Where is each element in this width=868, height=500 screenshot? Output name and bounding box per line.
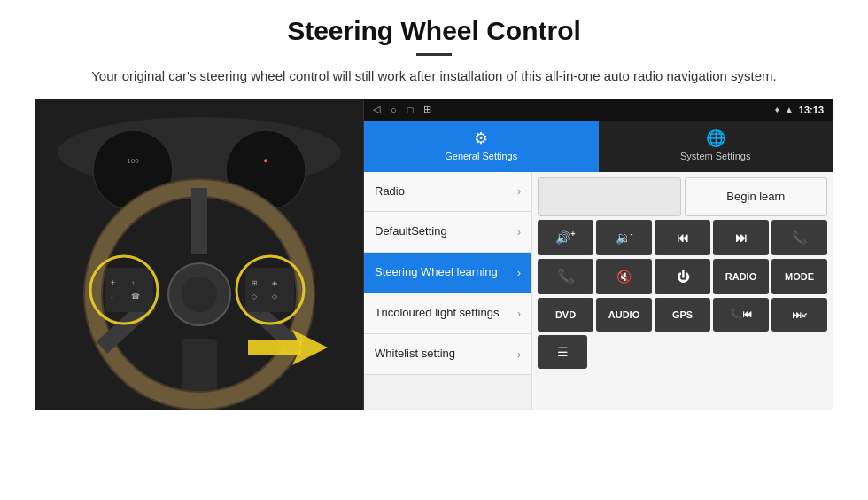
right-controls: Begin learn 🔊+ 🔉- ⏮ — [532, 172, 833, 410]
svg-text:●: ● — [263, 156, 267, 165]
chevron-icon: › — [517, 308, 521, 320]
menu-button[interactable]: ☰ — [538, 335, 587, 369]
mode-button[interactable]: MODE — [771, 259, 827, 294]
control-grid-row1: 🔊+ 🔉- ⏮ ⏭ 📞 — [538, 220, 827, 255]
vol-up-button[interactable]: 🔊+ — [538, 220, 593, 255]
clock: 13:13 — [799, 105, 824, 115]
svg-rect-27 — [248, 340, 301, 355]
chevron-icon: › — [517, 185, 521, 198]
grid-icon[interactable]: ⊞ — [423, 104, 431, 115]
next-alt-icon: ⏭↙ — [792, 309, 807, 320]
chevron-icon: › — [517, 226, 521, 238]
menu-item-default[interactable]: DefaultSetting › — [364, 212, 531, 253]
android-ui: ◁ ○ □ ⊞ ♦ ▲ 13:13 ⚙ General Settings — [363, 99, 833, 410]
page-subtitle: Your original car's steering wheel contr… — [71, 66, 797, 87]
radio-label: RADIO — [725, 271, 756, 282]
audio-button[interactable]: AUDIO — [596, 298, 652, 332]
menu-item-steering[interactable]: Steering Wheel learning › — [364, 253, 531, 293]
tab-general-label: General Settings — [445, 151, 517, 161]
last-row: ☰ — [538, 335, 827, 369]
recent-icon[interactable]: □ — [407, 105, 414, 115]
audio-label: AUDIO — [608, 309, 639, 320]
tab-system[interactable]: 🌐 System Settings — [599, 121, 833, 172]
menu-icon: ☰ — [557, 345, 569, 359]
vol-down-icon: 🔉- — [616, 230, 633, 245]
content-row: 160 ● + - ↑ ☎ — [35, 99, 833, 410]
home-icon[interactable]: ○ — [391, 105, 397, 115]
svg-text:☎: ☎ — [131, 293, 140, 301]
prev-track-icon: ⏮ — [677, 230, 689, 245]
call-icon: 📞 — [792, 230, 807, 245]
svg-rect-19 — [245, 268, 294, 312]
steering-wheel-image: 160 ● + - ↑ ☎ — [35, 99, 363, 410]
call-accept-icon: 📞 — [557, 268, 575, 285]
radio-button[interactable]: RADIO — [713, 259, 769, 294]
svg-text:⊞: ⊞ — [252, 279, 258, 287]
bottom-row: DVD AUDIO GPS 📞⏮ ⏭↙ — [538, 298, 827, 332]
power-button[interactable]: ⏻ — [655, 259, 710, 294]
back-icon[interactable]: ◁ — [373, 104, 380, 115]
page-container: Steering Wheel Control Your original car… — [0, 0, 868, 418]
tab-bar: ⚙ General Settings 🌐 System Settings — [364, 121, 833, 172]
menu-default-label: DefaultSetting — [375, 224, 517, 239]
system-settings-icon: 🌐 — [706, 129, 725, 148]
mute-icon: 🔇 — [616, 270, 632, 284]
svg-text:◇: ◇ — [272, 293, 278, 301]
tab-general[interactable]: ⚙ General Settings — [364, 121, 599, 172]
gps-button[interactable]: GPS — [655, 298, 710, 332]
call-prev-button[interactable]: 📞⏮ — [713, 298, 769, 332]
menu-item-whitelist[interactable]: Whitelist setting › — [364, 334, 531, 375]
empty-display-box — [538, 177, 681, 216]
menu-steering-label: Steering Wheel learning — [375, 265, 517, 280]
svg-text:160: 160 — [127, 157, 139, 165]
left-menu: Radio › DefaultSetting › Steering Wheel … — [364, 172, 532, 410]
call-button[interactable]: 📞 — [771, 220, 827, 255]
control-grid-row2: 📞 🔇 ⏻ RADIO MODE — [538, 259, 827, 294]
svg-rect-14 — [105, 268, 153, 312]
menu-item-radio[interactable]: Radio › — [364, 172, 531, 213]
title-section: Steering Wheel Control Your original car… — [35, 16, 833, 87]
chevron-icon: › — [517, 267, 521, 279]
vol-up-icon: 🔊+ — [555, 230, 575, 245]
menu-item-tricoloured[interactable]: Tricoloured light settings › — [364, 293, 531, 334]
svg-text:↑: ↑ — [131, 279, 135, 287]
chevron-icon: › — [517, 348, 521, 361]
menu-radio-label: Radio — [375, 184, 517, 199]
svg-point-13 — [182, 277, 217, 312]
menu-tricoloured-label: Tricoloured light settings — [375, 306, 517, 321]
call-accept-button[interactable]: 📞 — [538, 259, 593, 294]
dvd-button[interactable]: DVD — [538, 298, 593, 332]
gps-label: GPS — [672, 309, 693, 320]
status-bar-right: ♦ ▲ 13:13 — [775, 105, 824, 115]
next-track-button[interactable]: ⏭ — [713, 220, 769, 255]
next-alt-button[interactable]: ⏭↙ — [771, 298, 827, 332]
power-icon: ⏻ — [677, 270, 689, 284]
mode-label: MODE — [785, 271, 814, 282]
gps-status-icon: ♦ — [775, 105, 779, 114]
next-track-icon: ⏭ — [735, 230, 748, 245]
svg-text:◇: ◇ — [252, 293, 258, 301]
top-row: Begin learn — [538, 177, 827, 216]
call-prev-icon: 📞⏮ — [730, 309, 752, 320]
status-bar: ◁ ○ □ ⊞ ♦ ▲ 13:13 — [364, 99, 833, 121]
svg-text:-: - — [111, 293, 113, 301]
title-divider — [416, 53, 452, 56]
svg-text:◈: ◈ — [272, 279, 278, 287]
svg-text:+: + — [111, 278, 115, 287]
wifi-icon: ▲ — [785, 105, 794, 114]
vol-down-button[interactable]: 🔉- — [596, 220, 652, 255]
car-image-area: 160 ● + - ↑ ☎ — [35, 99, 363, 410]
begin-learn-button[interactable]: Begin learn — [685, 177, 828, 216]
menu-whitelist-label: Whitelist setting — [375, 347, 517, 362]
status-bar-left: ◁ ○ □ ⊞ — [373, 104, 431, 115]
page-title: Steering Wheel Control — [35, 16, 833, 46]
tab-system-label: System Settings — [680, 151, 750, 161]
main-panel: Radio › DefaultSetting › Steering Wheel … — [364, 172, 833, 410]
general-settings-icon: ⚙ — [474, 129, 488, 148]
prev-track-button[interactable]: ⏮ — [655, 220, 710, 255]
dvd-label: DVD — [555, 309, 576, 320]
mute-button[interactable]: 🔇 — [596, 259, 652, 294]
